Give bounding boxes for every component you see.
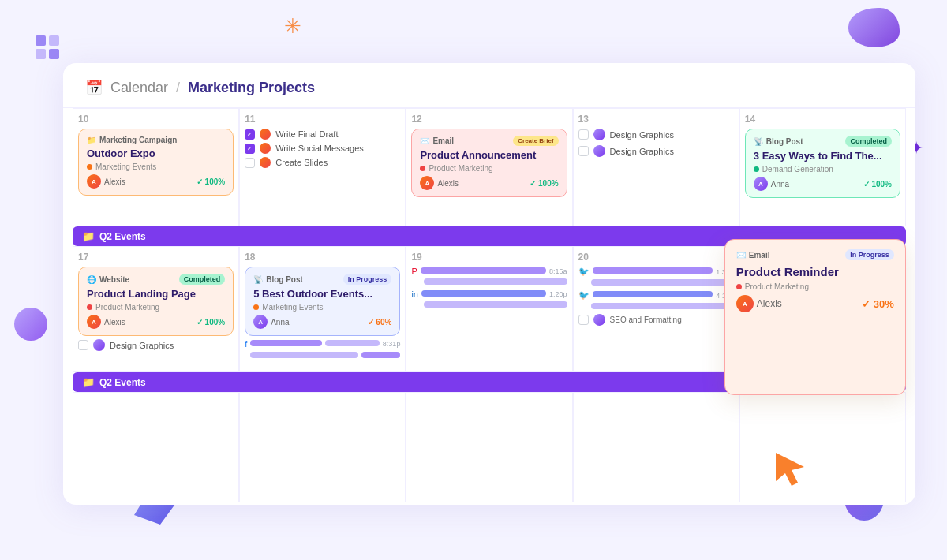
breadcrumb-calendar[interactable]: Calendar: [110, 80, 168, 96]
badge-completed-14: Completed: [845, 136, 892, 147]
design-graphics-row-13b[interactable]: Design Graphics: [578, 145, 734, 157]
design-graphics-label-13b: Design Graphics: [610, 147, 674, 156]
avatar-dg-13b: [593, 145, 605, 157]
day-cell-13: 13 Design Graphics Design Graphics: [573, 108, 739, 226]
seo-checkbox[interactable]: [578, 315, 589, 325]
linkedin-time: 1:20p: [549, 290, 567, 298]
card-marketing-campaign[interactable]: 📁 Marketing Campaign Outdoor Expo Market…: [78, 129, 234, 196]
star-decoration-top: ✳: [284, 14, 301, 39]
day-number-17: 17: [78, 252, 234, 263]
facebook-sub-bar: [250, 352, 358, 358]
day-number-14: 14: [745, 114, 900, 125]
twitter-bar-1: [593, 267, 713, 274]
twitter-sub-bar-2: [591, 303, 734, 309]
checklist-item-3[interactable]: Create Slides: [245, 157, 400, 168]
design-graphics-row-17[interactable]: Design Graphics: [78, 339, 234, 351]
card-type-website-17: 🌐 Website: [87, 275, 129, 284]
week-row-3: [63, 392, 915, 502]
pinterest-row: P 8:15a: [411, 267, 567, 276]
week-row-2: 17 🌐 Website Completed Product Landing P…: [63, 246, 915, 372]
day-number-10: 10: [78, 114, 234, 125]
day-cell-empty-1: [73, 392, 239, 502]
day-number-12: 12: [411, 114, 567, 125]
day-cell-empty-3: [406, 392, 572, 502]
card-type-marketing: 📁 Marketing Campaign: [87, 136, 177, 144]
facebook-icon: f: [245, 339, 247, 349]
day-cell-20: 20 🐦 1:36p 🐦 4:15p SEO: [573, 246, 739, 372]
week-row-1: 10 📁 Marketing Campaign Outdoor Expo Mar…: [63, 108, 915, 226]
checklist-container-11: ✓ Write Final Draft ✓ Write Social Messa…: [245, 129, 400, 168]
checkbox-dg-17[interactable]: [78, 340, 88, 350]
card-type-email-21: ✉️ Email: [736, 251, 770, 259]
twitter-bar-2: [593, 291, 713, 297]
card-website-17[interactable]: 🌐 Website Completed Product Landing Page…: [78, 267, 234, 336]
rss-icon-18: 📡: [253, 275, 263, 284]
card-meta-blog-14: Demand Generation: [754, 165, 892, 174]
banner-label-1: Q2 Events: [99, 231, 146, 242]
banner-icon-2: 📁: [82, 376, 95, 388]
linkedin-row: in 1:20p: [411, 289, 567, 299]
badge-inprogress-21: In Progress: [845, 249, 894, 260]
checkbox-done-1[interactable]: ✓: [245, 129, 255, 140]
card-meta-email-12: Product Marketing: [420, 164, 558, 173]
card-meta-blog-18: Marketing Events: [253, 303, 391, 312]
twitter-row-1: 🐦 1:36p: [578, 267, 734, 277]
day-number-18: 18: [245, 252, 400, 263]
design-graphics-label-13a: Design Graphics: [610, 130, 674, 140]
avatar-alexis: A: [87, 174, 101, 189]
day-cell-14: 14 📡 Blog Post Completed 3 Easy Ways to …: [739, 108, 906, 226]
avatar-seo: [593, 314, 605, 326]
badge-create-brief: Create Brief: [513, 136, 558, 146]
avatar-alexis-17: A: [87, 315, 101, 329]
checklist-item-1[interactable]: ✓ Write Final Draft: [245, 129, 400, 140]
checkbox-empty-3[interactable]: [245, 158, 255, 168]
banner-label-2: Q2 Events: [99, 377, 146, 388]
day-cell-21: 21 ✉️ Email In Progress Product Reminder…: [739, 246, 906, 372]
checklist-item-2[interactable]: ✓ Write Social Messages: [245, 143, 400, 154]
twitter-icon-2: 🐦: [578, 290, 590, 301]
day-number-11: 11: [245, 114, 400, 125]
day-cell-18: 18 📡 Blog Post In Progress 5 Best Outdoo…: [239, 246, 406, 372]
card-title-blog-18: 5 Best Outdoor Events...: [253, 288, 391, 300]
day-cell-10: 10 📁 Marketing Campaign Outdoor Expo Mar…: [73, 108, 239, 226]
card-type-blog-18: 📡 Blog Post: [253, 275, 303, 284]
page-title: Marketing Projects: [188, 80, 315, 96]
blob-decoration-top-right: [848, 8, 900, 47]
day-cell-17: 17 🌐 Website Completed Product Landing P…: [73, 246, 239, 372]
globe-icon-17: 🌐: [87, 275, 96, 284]
card-footer-email-21: A Alexis ✓ 30%: [736, 295, 894, 312]
day-cell-empty-4: [573, 392, 739, 502]
folder-icon: 📁: [87, 136, 96, 144]
main-calendar-container: 📅 Calendar / Marketing Projects 10 📁 Mar…: [63, 63, 915, 505]
rss-icon-14: 📡: [754, 137, 763, 146]
card-title-outdoor-expo: Outdoor Expo: [87, 147, 225, 159]
facebook-sub-bar-2: [361, 352, 400, 358]
day-cell-empty-5: [739, 392, 906, 502]
card-blog-post-14[interactable]: 📡 Blog Post Completed 3 Easy Ways to Fin…: [745, 129, 900, 198]
avatar-check-3: [260, 157, 271, 168]
calendar-icon: 📅: [85, 79, 103, 96]
facebook-bar: [250, 340, 322, 346]
floating-email-card[interactable]: ✉️ Email In Progress Product Reminder Pr…: [724, 239, 906, 395]
facebook-bar-row-2: f: [245, 351, 400, 360]
facebook-time: 8:31p: [383, 340, 401, 348]
seo-row: SEO and Formatting: [578, 314, 734, 326]
avatar-alexis-21: A: [736, 295, 754, 312]
twitter-icon-1: 🐦: [578, 267, 590, 277]
facebook-bar-row: f 8:31p: [245, 339, 400, 349]
pinterest-bar: [421, 267, 546, 274]
card-email-12[interactable]: ✉️ Email Create Brief Product Announceme…: [411, 129, 567, 197]
card-meta-email-21: Product Marketing: [736, 282, 894, 291]
card-footer-email-12: A Alexis ✓ 100%: [420, 176, 558, 190]
design-graphics-row-13a[interactable]: Design Graphics: [578, 129, 734, 140]
linkedin-icon: in: [411, 289, 418, 299]
checkbox-done-2[interactable]: ✓: [245, 144, 255, 154]
day-number-13: 13: [578, 114, 734, 125]
card-footer-website-17: A Alexis ✓ 100%: [87, 315, 225, 329]
card-type-blog-14: 📡 Blog Post: [754, 137, 803, 146]
checkbox-dg-13a[interactable]: [578, 129, 589, 140]
checkbox-dg-13b[interactable]: [578, 146, 589, 156]
circle-decoration-left: [14, 308, 47, 341]
card-blog-post-18[interactable]: 📡 Blog Post In Progress 5 Best Outdoor E…: [245, 267, 400, 336]
card-title-announcement: Product Announcement: [420, 149, 558, 161]
